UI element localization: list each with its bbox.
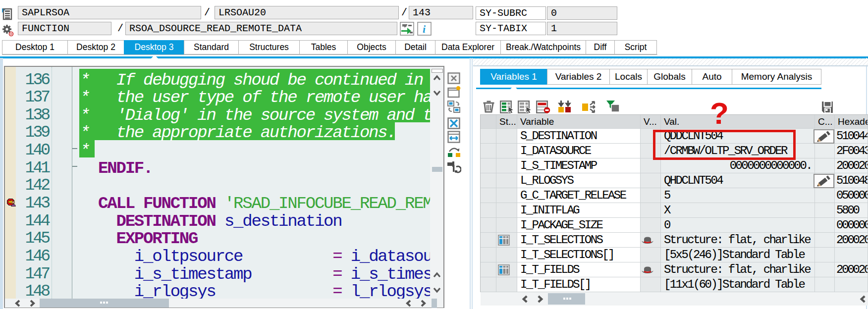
svg-text:i: i [423,23,426,35]
